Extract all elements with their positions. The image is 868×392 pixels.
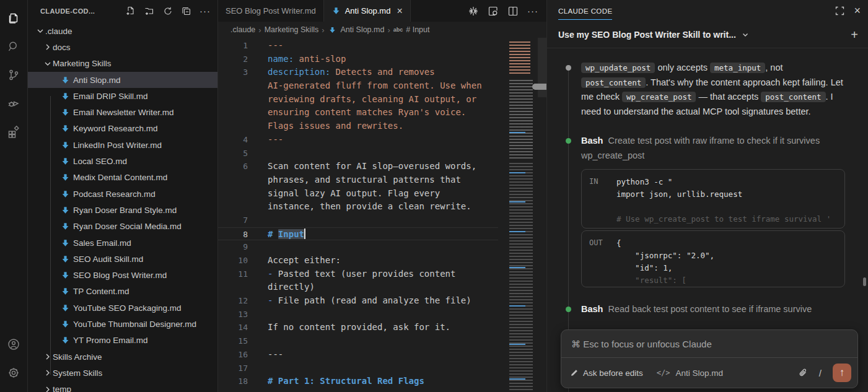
- tool-in-block[interactable]: INpython3 -c "import json, urllib.reques…: [581, 169, 845, 229]
- more-actions-icon[interactable]: ···: [198, 4, 213, 19]
- tree-item-linkedin-post-writer-md[interactable]: LinkedIn Post Writer.md: [28, 137, 217, 153]
- close-panel-icon[interactable]: ×: [854, 4, 861, 17]
- tab-seo-blog-post-writer[interactable]: SEO Blog Post Writer.md: [218, 0, 324, 22]
- editor-line[interactable]: 11- Pasted text (user provides content: [218, 268, 498, 281]
- line-number: [218, 93, 248, 107]
- slash-command-icon[interactable]: /: [819, 368, 822, 378]
- editor-line[interactable]: signal lazy AI output. Flag every: [218, 187, 498, 201]
- claude-input-field[interactable]: ⌘ Esc to focus or unfocus Claude: [561, 330, 857, 357]
- tree-item-email-drip-skill-md[interactable]: Email DRIP Skill.md: [28, 88, 217, 104]
- editor-line[interactable]: 15: [218, 334, 498, 348]
- tree-item-seo-blog-post-writer-md[interactable]: SEO Blog Post Writer.md: [28, 267, 217, 283]
- editor-line[interactable]: 9: [218, 240, 498, 254]
- collapse-all-icon[interactable]: [179, 4, 194, 19]
- editor-line[interactable]: 14If no content provided, ask for it.: [218, 321, 498, 334]
- editor-line[interactable]: 2name: anti-slop: [218, 53, 498, 66]
- markdown-file-icon: [60, 140, 70, 150]
- editor-line[interactable]: 18# Part 1: Structural Red Flags: [218, 375, 498, 388]
- tree-item-tp-content-md[interactable]: TP Content.md: [28, 284, 217, 300]
- search-icon[interactable]: [0, 32, 28, 61]
- editor-line[interactable]: 3description: Detects and removes: [218, 66, 498, 79]
- edit-mode-selector[interactable]: Ask before edits: [570, 368, 643, 378]
- tree-item-email-newsletter-writer-md[interactable]: Email Newsletter Writer.md: [28, 104, 217, 120]
- extensions-icon[interactable]: [0, 118, 28, 146]
- editor-line[interactable]: 4---: [218, 133, 498, 147]
- tree-item-system-skills[interactable]: System Skills: [28, 365, 217, 381]
- session-title[interactable]: Use my SEO Blog Post Writer Skill to wri…: [558, 30, 736, 40]
- run-debug-icon[interactable]: [0, 89, 28, 118]
- editor-line[interactable]: 17: [218, 362, 498, 375]
- refresh-icon[interactable]: [160, 4, 175, 19]
- tree-item-ryan-doser-social-media-md[interactable]: Ryan Doser Social Media.md: [28, 219, 217, 235]
- editor-more-icon[interactable]: ···: [524, 2, 541, 20]
- tree-item-marketing-skills[interactable]: Marketing Skills: [28, 56, 217, 72]
- minimap-text: [509, 163, 533, 392]
- editor[interactable]: 1---2name: anti-slop3description: Detect…: [218, 38, 546, 392]
- tree-item-podcast-research-md[interactable]: Podcast Research.md: [28, 186, 217, 202]
- editor-line[interactable]: 6Scan content for AI slop—overused words…: [218, 160, 498, 173]
- minimap[interactable]: [508, 39, 535, 392]
- tree-item-keyword-research-md[interactable]: Keyword Research.md: [28, 121, 217, 137]
- send-button[interactable]: ↑: [833, 364, 851, 382]
- open-preview-icon[interactable]: [484, 2, 502, 20]
- tree-item-skills-archive[interactable]: Skills Archive: [28, 349, 217, 365]
- tab-anti-slop[interactable]: Anti Slop.md ×: [324, 0, 411, 22]
- breadcrumb-item[interactable]: Anti Slop.md: [341, 25, 385, 34]
- panel-scrollbar[interactable]: [863, 277, 866, 286]
- tree-item-temp[interactable]: temp: [28, 381, 217, 392]
- tree-item-youtube-thumbnail-designer-md[interactable]: YouTube Thumbnail Designer.md: [28, 316, 217, 332]
- tree-item-seo-audit-skill-md[interactable]: SEO Audit Skill.md: [28, 251, 217, 267]
- tree-item-medix-dental-content-md[interactable]: Medix Dental Content.md: [28, 170, 217, 186]
- explorer-icon[interactable]: [0, 4, 28, 32]
- new-session-icon[interactable]: +: [851, 28, 858, 42]
- editor-line[interactable]: AI-generated fluff from content. Use whe…: [218, 79, 498, 93]
- editor-line[interactable]: directly): [218, 281, 498, 294]
- editor-line[interactable]: ensuring content matches Ryan's voice.: [218, 106, 498, 120]
- editor-line[interactable]: 8# Input: [218, 227, 498, 241]
- editor-line[interactable]: 12- File path (read and analyze the file…: [218, 294, 498, 308]
- maximize-panel-icon[interactable]: [833, 4, 846, 18]
- editor-line[interactable]: instance, then provide a clean rewrite.: [218, 200, 498, 214]
- breadcrumb-item[interactable]: Marketing Skills: [265, 25, 319, 34]
- tree-item-docs[interactable]: docs: [28, 39, 217, 55]
- tree-item-yt-promo-email-md[interactable]: YT Promo Email.md: [28, 333, 217, 349]
- editor-line[interactable]: 1---: [218, 39, 498, 53]
- tree-indent: [50, 254, 60, 264]
- editor-line[interactable]: Flags issues and rewrites.: [218, 120, 498, 133]
- editor-line[interactable]: reviewing drafts, cleaning AI output, or: [218, 93, 498, 107]
- claude-code-icon[interactable]: [465, 2, 482, 20]
- markdown-file-icon: [60, 173, 70, 183]
- breadcrumb-item[interactable]: # Input: [406, 25, 429, 34]
- new-file-icon[interactable]: [123, 4, 138, 19]
- tree-item-anti-slop-md[interactable]: Anti Slop.md: [28, 72, 217, 88]
- close-tab-icon[interactable]: ×: [397, 6, 402, 16]
- panel-resize-handle[interactable]: [532, 84, 546, 90]
- breadcrumb-item[interactable]: .claude: [230, 25, 255, 34]
- breadcrumb[interactable]: .claude › Marketing Skills › Anti Slop.m…: [218, 22, 546, 38]
- tool-out-block[interactable]: OUT{ "jsonrpc": "2.0", "id": 1, "result"…: [581, 230, 845, 287]
- editor-line[interactable]: 13: [218, 308, 498, 321]
- new-folder-icon[interactable]: [142, 4, 157, 19]
- markdown-file-icon: [60, 254, 70, 264]
- tree-item-label: Email Newsletter Writer.md: [73, 108, 174, 117]
- tree-item-local-seo-md[interactable]: Local SEO.md: [28, 153, 217, 169]
- tab-claude-code[interactable]: CLAUDE CODE: [558, 2, 612, 20]
- explorer-sidebar: CLAUDE-COD... ··· .claudedocsMarketing S…: [28, 0, 218, 392]
- settings-gear-icon[interactable]: [0, 359, 28, 387]
- source-control-icon[interactable]: [0, 61, 28, 89]
- account-icon[interactable]: [0, 330, 28, 359]
- attach-icon[interactable]: [798, 368, 808, 378]
- tree-item--claude[interactable]: .claude: [28, 23, 217, 39]
- editor-line[interactable]: 7: [218, 214, 498, 227]
- context-file[interactable]: </> Anti Slop.md: [657, 368, 723, 378]
- tree-item-youtube-seo-packaging-md[interactable]: YouTube SEO Packaging.md: [28, 300, 217, 316]
- editor-line[interactable]: 5: [218, 147, 498, 160]
- split-editor-icon[interactable]: [504, 2, 522, 20]
- tree-item-ryan-doser-brand-style-md[interactable]: Ryan Doser Brand Style.md: [28, 202, 217, 218]
- editor-line[interactable]: 10Accept either:: [218, 254, 498, 268]
- editor-line[interactable]: phrases, and structural patterns that: [218, 173, 498, 187]
- text-cursor: [304, 229, 305, 239]
- tree-item-sales-email-md[interactable]: Sales Email.md: [28, 235, 217, 251]
- editor-line[interactable]: 16---: [218, 348, 498, 362]
- chevron-down-icon[interactable]: [741, 30, 750, 39]
